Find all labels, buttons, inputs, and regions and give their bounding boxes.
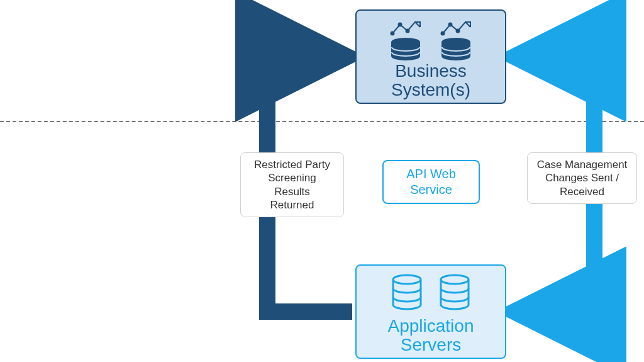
svg-point-5	[441, 32, 445, 35]
svg-point-2	[399, 23, 402, 26]
database-icon	[389, 273, 425, 314]
database-chart-icon	[436, 18, 475, 62]
note-screening-results: Restricted PartyScreeningResultsReturned	[240, 152, 344, 217]
note-case-management: Case ManagementChanges Sent /Received	[527, 152, 637, 204]
application-servers-icons	[357, 273, 505, 314]
svg-point-6	[449, 23, 452, 26]
business-systems-icons	[357, 18, 505, 62]
note-api-web-service: API WebService	[382, 160, 480, 204]
business-systems-node: BusinessSystem(s)	[355, 9, 506, 104]
application-servers-node: ApplicationServers	[355, 264, 506, 359]
svg-point-8	[393, 275, 421, 284]
svg-point-7	[457, 30, 460, 33]
business-systems-label: BusinessSystem(s)	[357, 62, 505, 99]
application-servers-label: ApplicationServers	[357, 317, 505, 354]
database-chart-icon	[386, 18, 425, 62]
svg-point-3	[406, 30, 409, 33]
svg-point-9	[441, 275, 469, 284]
svg-point-1	[391, 32, 394, 35]
database-icon	[436, 273, 473, 314]
